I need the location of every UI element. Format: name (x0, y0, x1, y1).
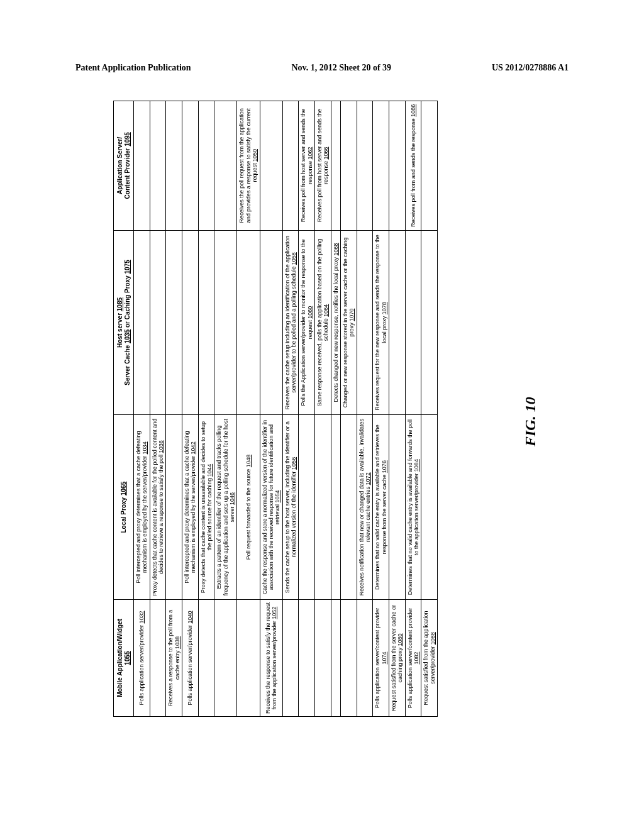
table-cell (340, 101, 357, 231)
table-cell (331, 101, 340, 231)
table-row: Same response received, polls the applic… (314, 101, 331, 717)
table-cell (331, 415, 340, 600)
table-body: Polls application server/provider 1032Po… (134, 101, 438, 717)
table-cell (340, 600, 357, 717)
table-row: Sends the cache setup to the host server… (282, 101, 299, 717)
table-header-row: Mobile Application/Widget1055 Local Prox… (114, 101, 134, 717)
table-cell (166, 415, 182, 600)
table-cell (214, 230, 237, 415)
table-cell (314, 415, 331, 600)
table-cell (150, 230, 166, 415)
col-header-local-proxy: Local Proxy 1065 (114, 415, 134, 600)
table-cell (389, 101, 406, 231)
table-cell: Changed or new response stored in the se… (340, 230, 357, 415)
table-cell: Receives poll from host server and sends… (299, 101, 315, 231)
table-cell: Extracts a pattern of an identifier of t… (214, 415, 237, 600)
table-cell (150, 600, 166, 717)
table-cell (166, 101, 182, 231)
table-cell (182, 230, 199, 415)
table-row: Request satisfied from the application s… (421, 101, 438, 717)
table-row: Polls application server/content provide… (405, 101, 421, 717)
table-cell: Poll request forwarded to the source 104… (237, 415, 260, 600)
table-cell (282, 101, 299, 231)
table-cell: Polls application server/provider 1040 (182, 600, 199, 717)
table-cell (421, 230, 438, 415)
table-cell (260, 101, 282, 231)
page-header: Patent Application Publication Nov. 1, 2… (75, 63, 569, 73)
table-cell: Sends the cache setup to the host server… (282, 415, 299, 600)
table-cell (373, 101, 389, 231)
table-cell (331, 600, 340, 717)
table-row: Request satisfied from the server cache … (389, 101, 406, 717)
col-header-app-server: Application Server/Content Provider 1095 (114, 101, 134, 231)
table-row: Polls application server/provider 1032Po… (134, 101, 150, 717)
table-cell: Request satisfied from the application s… (421, 600, 438, 717)
table-row: Polls application server/content provide… (373, 101, 389, 717)
table-cell: Determines that no valid cache entry is … (405, 415, 421, 600)
header-right: US 2012/0278886 A1 (492, 63, 569, 73)
table-cell (389, 230, 406, 415)
table-cell: Receives the response to satisfy the req… (260, 600, 282, 717)
table-cell (134, 230, 150, 415)
table-row: Extracts a pattern of an identifier of t… (214, 101, 237, 717)
table-cell (357, 230, 373, 415)
table-cell: Receives a response to the poll from a c… (166, 600, 182, 717)
figure-region: Mobile Application/Widget1055 Local Prox… (113, 101, 541, 717)
table-cell: Detects changed or new response, notifie… (331, 230, 340, 415)
table-row: Receives a response to the poll from a c… (166, 101, 182, 717)
table-cell: Determines that no valid cache entry is … (373, 415, 389, 600)
table-cell: Proxy detects that cache content is unav… (198, 415, 214, 600)
table-cell: Polls application server/content provide… (405, 600, 421, 717)
table-cell (299, 415, 315, 600)
table-cell: Receives request for the new response an… (373, 230, 389, 415)
table-cell (182, 101, 199, 231)
table-cell (214, 600, 237, 717)
table-row: Receives the response to satisfy the req… (260, 101, 282, 717)
table-cell: Polls the Application server/provider to… (299, 230, 315, 415)
header-left: Patent Application Publication (75, 63, 191, 73)
table-cell: Cache the response and store a normalize… (260, 415, 282, 600)
table-cell (134, 101, 150, 231)
table-cell (166, 230, 182, 415)
table-cell (421, 415, 438, 600)
table-row: Poll request forwarded to the source 104… (237, 101, 260, 717)
table-cell (260, 230, 282, 415)
table-cell: Receives the poll request from the appli… (237, 101, 260, 231)
table-cell: Proxy detects that cache content is avai… (150, 415, 166, 600)
table-row: Changed or new response stored in the se… (340, 101, 357, 717)
table-cell: Polls application server/content provide… (373, 600, 389, 717)
header-center: Nov. 1, 2012 Sheet 20 of 39 (291, 63, 391, 73)
sequence-table: Mobile Application/Widget1055 Local Prox… (113, 101, 438, 717)
table-cell (214, 101, 237, 231)
table-cell (389, 415, 406, 600)
table-cell (405, 230, 421, 415)
table-cell: Request satisfied from the server cache … (389, 600, 406, 717)
table-cell: Receives the cache setup including an id… (282, 230, 299, 415)
col-header-mobile: Mobile Application/Widget1055 (114, 600, 134, 717)
table-cell (282, 600, 299, 717)
table-cell (150, 101, 166, 231)
table-cell: Poll intercepted and proxy determines th… (134, 415, 150, 600)
table-cell (198, 600, 214, 717)
table-row: Receives notification that new or change… (357, 101, 373, 717)
table-row: Polls application server/provider 1040Po… (182, 101, 199, 717)
table-cell (237, 230, 260, 415)
table-cell (357, 600, 373, 717)
table-row: Detects changed or new response, notifie… (331, 101, 340, 717)
table-cell: Receives poll from host server and sends… (314, 101, 331, 231)
table-cell: Poll intercepted and proxy determines th… (182, 415, 199, 600)
table-cell (421, 101, 438, 231)
table-row: Proxy detects that cache content is unav… (198, 101, 214, 717)
table-cell (237, 600, 260, 717)
table-row: Proxy detects that cache content is avai… (150, 101, 166, 717)
table-cell: Receives notification that new or change… (357, 415, 373, 600)
table-row: Polls the Application server/provider to… (299, 101, 315, 717)
table-cell (299, 600, 315, 717)
table-cell (340, 415, 357, 600)
table-cell (198, 230, 214, 415)
table-cell (357, 101, 373, 231)
col-header-host-server: Host server 1085 Server Cache 1035 or Ca… (114, 230, 134, 415)
table-cell (198, 101, 214, 231)
table-cell (314, 600, 331, 717)
figure-label: FIG. 10 (522, 397, 539, 446)
